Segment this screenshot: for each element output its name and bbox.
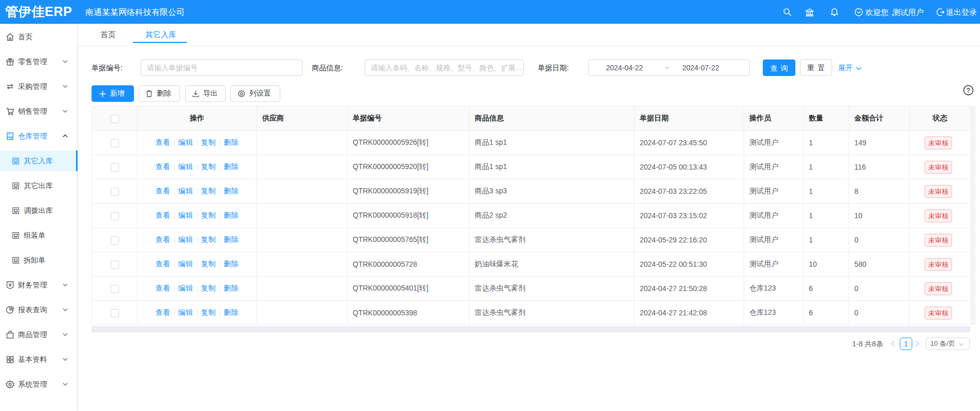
svg-text:?: ? xyxy=(967,87,970,94)
